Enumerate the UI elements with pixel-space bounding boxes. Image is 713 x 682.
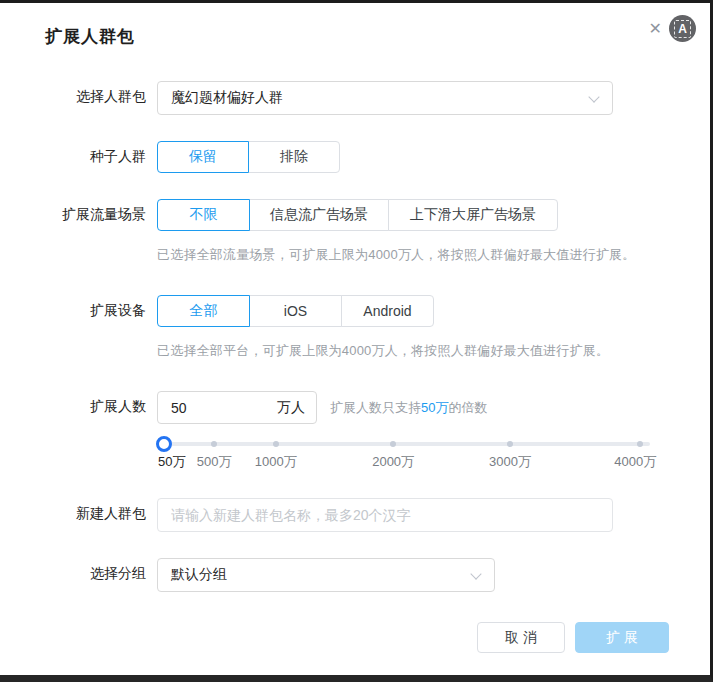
scene-helper-text: 已选择全部流量场景，可扩展上限为4000万人，将按照人群偏好最大值进行扩展。 — [157, 246, 710, 264]
seed-option-exclude[interactable]: 排除 — [248, 141, 340, 173]
count-helper-text: 扩展人数只支持50万的倍数 — [330, 391, 487, 424]
scene-label: 扩展流量场景 — [0, 199, 146, 224]
translate-badge-icon[interactable]: A — [669, 15, 696, 42]
device-option-android[interactable]: Android — [341, 295, 434, 327]
group-label: 选择分组 — [0, 558, 146, 583]
count-input[interactable] — [158, 400, 258, 416]
chevron-down-icon — [470, 568, 481, 579]
slider-dot — [390, 441, 396, 447]
slider-dot — [273, 441, 279, 447]
slider-dot — [637, 441, 643, 447]
slider-mark-1000[interactable]: 1000万 — [255, 453, 297, 471]
seed-button-group: 保留 排除 — [157, 141, 340, 173]
row-group: 选择分组 默认分组 — [0, 558, 710, 592]
count-helper-highlight: 50万 — [421, 400, 448, 415]
device-label: 扩展设备 — [0, 295, 146, 320]
dialog-form: 选择人群包 魔幻题材偏好人群 种子人群 保留 排除 扩展流量场景 不限 信息流广… — [0, 48, 710, 592]
device-helper-text: 已选择全部平台，可扩展上限为4000万人，将按照人群偏好最大值进行扩展。 — [157, 342, 710, 360]
package-label: 选择人群包 — [0, 81, 146, 106]
dialog-title: 扩展人群包 — [45, 25, 690, 48]
dialog-header: 扩展人群包 ✕ A — [0, 3, 710, 48]
scene-button-group: 不限 信息流广告场景 上下滑大屏广告场景 — [157, 199, 558, 231]
row-select-package: 选择人群包 魔幻题材偏好人群 — [0, 81, 710, 115]
count-input-box: 万人 — [157, 391, 317, 424]
expand-audience-dialog: 扩展人群包 ✕ A 选择人群包 魔幻题材偏好人群 种子人群 保留 排除 — [0, 0, 713, 682]
count-unit: 万人 — [277, 399, 305, 417]
slider-mark-4000[interactable]: 4000万 — [614, 453, 656, 471]
device-button-group: 全部 iOS Android — [157, 295, 434, 327]
slider-track[interactable] — [157, 442, 650, 446]
slider-mark-3000[interactable]: 3000万 — [489, 453, 531, 471]
count-slider: 50万 500万 1000万 2000万 3000万 4000万 — [157, 442, 650, 471]
row-seed-audience: 种子人群 保留 排除 — [0, 141, 710, 173]
close-icon[interactable]: ✕ — [649, 19, 662, 39]
slider-handle[interactable] — [156, 436, 172, 452]
device-option-all[interactable]: 全部 — [157, 295, 250, 327]
cancel-button[interactable]: 取 消 — [477, 622, 565, 653]
expand-confirm-button[interactable]: 扩 展 — [575, 622, 669, 653]
new-package-label: 新建人群包 — [0, 498, 146, 523]
scene-option-unlimited[interactable]: 不限 — [157, 199, 250, 231]
scene-option-feed[interactable]: 信息流广告场景 — [249, 199, 389, 231]
new-package-input[interactable] — [157, 498, 613, 532]
count-label: 扩展人数 — [0, 391, 146, 416]
slider-mark-500[interactable]: 500万 — [197, 453, 232, 471]
dialog-footer: 取 消 扩 展 — [0, 618, 710, 653]
group-select-value: 默认分组 — [171, 566, 227, 584]
slider-mark-50[interactable]: 50万 — [158, 453, 185, 471]
device-option-ios[interactable]: iOS — [249, 295, 342, 327]
seed-label: 种子人群 — [0, 141, 146, 166]
seed-option-keep[interactable]: 保留 — [157, 141, 249, 173]
package-select-value: 魔幻题材偏好人群 — [171, 89, 283, 107]
row-expand-count: 扩展人数 万人 扩展人数只支持50万的倍数 — [0, 391, 710, 424]
row-device: 扩展设备 全部 iOS Android — [0, 295, 710, 327]
slider-dot — [507, 441, 513, 447]
group-select[interactable]: 默认分组 — [157, 558, 495, 592]
row-traffic-scene: 扩展流量场景 不限 信息流广告场景 上下滑大屏广告场景 — [0, 199, 710, 231]
package-select[interactable]: 魔幻题材偏好人群 — [157, 81, 613, 115]
translate-badge-letter: A — [674, 20, 691, 38]
slider-dot — [211, 441, 217, 447]
scene-option-fullscreen[interactable]: 上下滑大屏广告场景 — [388, 199, 558, 231]
slider-labels: 50万 500万 1000万 2000万 3000万 4000万 — [157, 453, 650, 471]
slider-mark-2000[interactable]: 2000万 — [372, 453, 414, 471]
row-new-package: 新建人群包 — [0, 498, 710, 532]
chevron-down-icon — [588, 91, 599, 102]
